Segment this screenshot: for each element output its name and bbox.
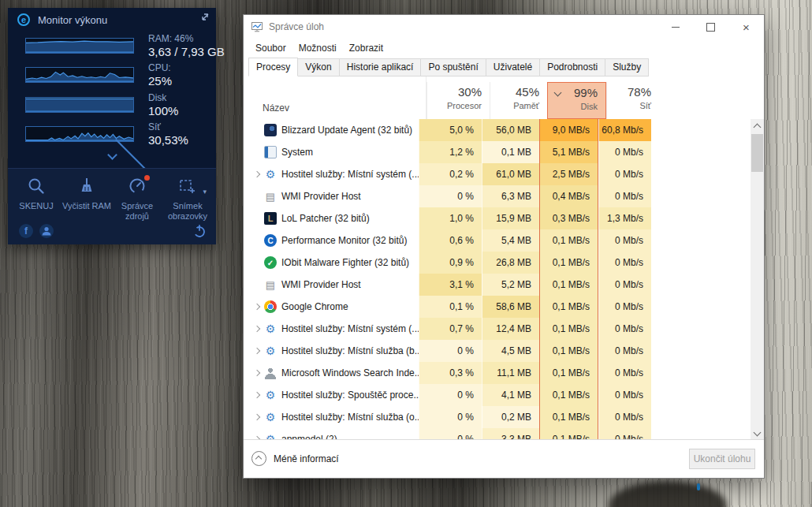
footer-bar: Méně informací Ukončit úlohu (244, 439, 764, 478)
tab-3[interactable]: Po spuštění (420, 58, 486, 76)
close-button[interactable]: × (728, 15, 764, 39)
cell-network: 0 Mb/s (598, 229, 651, 252)
table-row[interactable]: IObit Malware Fighter (32 bitů)0,9 %26,8… (244, 252, 751, 274)
table-row[interactable]: Hostitel služby: Spouštěč proce...0 %4,1… (244, 384, 751, 406)
disk-label: Disk (148, 92, 207, 103)
column-header-name[interactable]: Název (263, 103, 289, 114)
tab-4[interactable]: Uživatelé (486, 58, 540, 76)
column-header-disk[interactable]: 99%Disk (547, 82, 606, 119)
facebook-icon[interactable]: f (19, 224, 33, 238)
window-title: Správce úloh (269, 21, 324, 32)
cell-memory: 5,4 MB (482, 229, 539, 252)
tab-6[interactable]: Služby (605, 58, 649, 76)
performance-monitor-widget: e Monitor výkonu RAM: 46% 3,63 / 7,93 GB (8, 8, 216, 244)
wmi-app-icon (264, 278, 277, 291)
cell-network: 60,8 Mb/s (598, 119, 651, 141)
tab-0[interactable]: Procesy (248, 58, 298, 76)
expander-icon[interactable] (250, 318, 264, 340)
iobit-app-icon (264, 256, 277, 269)
table-row[interactable]: Hostitel služby: Místní služba (b...0 %4… (244, 340, 751, 362)
process-name: WMI Provider Host (281, 191, 419, 202)
cell-disk: 0,1 MB/s (539, 252, 598, 274)
gear-app-icon (264, 389, 277, 401)
expander-icon (250, 274, 264, 296)
process-name: Hostitel služby: Místní služba (o... (281, 412, 419, 423)
cell-disk: 5,1 MB/s (539, 141, 598, 163)
maximize-button[interactable] (693, 15, 728, 39)
maximize-icon (706, 23, 715, 32)
power-icon[interactable] (192, 224, 207, 238)
scroll-up-icon[interactable] (751, 119, 764, 132)
cell-disk: 0,1 MB/s (539, 296, 598, 318)
wmi-app-icon (264, 190, 277, 203)
expand-more-chevrons[interactable] (106, 151, 117, 162)
cell-memory: 0,1 MB (482, 141, 539, 163)
user-account-icon[interactable] (39, 224, 54, 238)
disk-value: 100% (148, 104, 207, 117)
table-row[interactable]: WMI Provider Host0 %6,3 MB0,4 MB/s0 Mb/s (244, 185, 751, 207)
cell-network: 0 Mb/s (598, 252, 651, 274)
table-row[interactable]: Hostitel služby: Místní systém (...0,7 %… (244, 318, 751, 340)
column-header-memory[interactable]: 45%Paměť (490, 82, 547, 119)
titlebar[interactable]: Správce úloh × (244, 15, 764, 39)
table-row[interactable]: Google Chrome0,1 %58,6 MB0,1 MB/s0 Mb/s (244, 296, 751, 318)
chevron-down-icon[interactable]: ▾ (203, 188, 207, 196)
expander-icon[interactable] (250, 163, 264, 185)
less-details-toggle[interactable]: Méně informací (251, 451, 339, 466)
cell-cpu: 1,2 % (419, 141, 482, 163)
end-task-button[interactable]: Ukončit úlohu (689, 449, 755, 469)
cell-disk: 0,1 MB/s (539, 406, 598, 428)
widget-title: Monitor výkonu (38, 14, 107, 26)
column-header-cpu[interactable]: 30%Procesor (426, 82, 490, 119)
table-row[interactable]: Microsoft Windows Search Inde...0,3 %11,… (244, 362, 751, 384)
table-row[interactable]: Performance Monitor (32 bitů)0,6 %5,4 MB… (244, 229, 751, 252)
column-total-pct: 30% (427, 85, 482, 99)
screenshot-button-label: Snímek obrazovky (162, 201, 213, 222)
expander-icon[interactable] (250, 296, 264, 318)
chevron-right-icon (254, 414, 260, 420)
cell-cpu: 0 % (419, 384, 482, 406)
minimize-icon (672, 26, 680, 28)
broom-icon (61, 177, 112, 197)
column-label: Síť (607, 101, 651, 110)
notification-dot (144, 175, 150, 181)
table-row[interactable]: Hostitel služby: Místní systém (...0,2 %… (244, 163, 751, 185)
expander-icon[interactable] (250, 362, 264, 384)
scan-button[interactable]: SKENUJ (11, 177, 61, 222)
screenshot-button[interactable]: ▾ Snímek obrazovky (162, 177, 213, 222)
chrome-app-icon (264, 300, 277, 313)
cpu-graph (25, 67, 134, 83)
tab-5[interactable]: Podrobnosti (539, 58, 605, 76)
clean-ram-button[interactable]: Vyčistit RAM (61, 177, 112, 222)
minimize-button[interactable] (657, 15, 693, 39)
expander-icon[interactable] (250, 406, 264, 428)
cell-network: 0 Mb/s (598, 340, 651, 362)
table-row[interactable]: LoL Patcher (32 bitů)1,0 %15,9 MB0,3 MB/… (244, 207, 751, 229)
network-stat-row: Síť 30,53% (25, 126, 205, 144)
menu-item-1[interactable]: Možnosti (292, 40, 343, 56)
table-row[interactable]: System1,2 %0,1 MB5,1 MB/s0 Mb/s (244, 141, 751, 163)
cell-memory: 58,6 MB (482, 296, 539, 318)
scrollbar-thumb[interactable] (751, 134, 763, 172)
cell-memory: 15,9 MB (482, 207, 539, 229)
cell-network: 1,3 Mb/s (598, 207, 651, 229)
expander-icon[interactable] (250, 384, 264, 406)
column-header-network[interactable]: 78%Síť (606, 82, 659, 119)
menu-item-0[interactable]: Soubor (249, 40, 292, 56)
table-row[interactable]: WMI Provider Host3,1 %5,2 MB0,1 MB/s0 Mb… (244, 274, 751, 296)
resource-manager-button[interactable]: Správce zdrojů (112, 177, 162, 222)
gear-app-icon (264, 322, 277, 335)
cpu-label: CPU: (148, 62, 207, 73)
expander-icon[interactable] (250, 340, 264, 362)
cell-cpu: 1,0 % (419, 207, 482, 229)
table-row[interactable]: Blizzard Update Agent (32 bitů)5,0 %56,0… (244, 119, 751, 141)
collapse-arrow-icon[interactable] (199, 13, 210, 24)
scrollbar[interactable] (751, 119, 764, 441)
ram-stat-row: RAM: 46% 3,63 / 7,93 GB (25, 38, 205, 55)
tab-1[interactable]: Výkon (297, 58, 339, 76)
tab-2[interactable]: Historie aplikací (339, 58, 422, 76)
table-row[interactable]: Hostitel služby: Místní služba (o...0 %0… (244, 406, 751, 428)
menu-item-2[interactable]: Zobrazit (343, 40, 389, 56)
expander-icon (250, 185, 264, 207)
disk-stat-row: Disk 100% (25, 97, 205, 114)
